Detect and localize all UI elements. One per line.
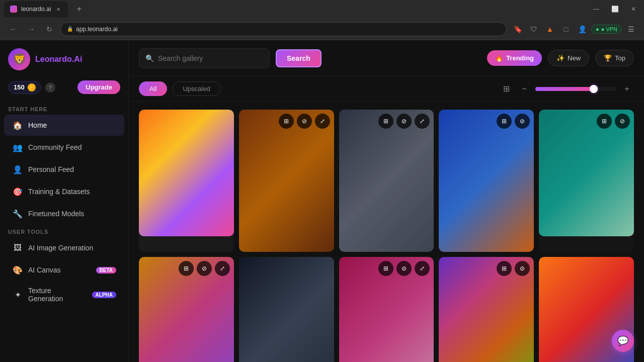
item-action-btn-3b[interactable]: ⊘	[396, 114, 412, 129]
credits-badge: 150 ⚡	[8, 81, 41, 94]
item-overlay-8: ⊞ ⊘ ⤢	[339, 257, 434, 362]
zoom-slider[interactable]	[535, 87, 616, 91]
credits-icon: ⚡	[28, 83, 36, 92]
user-tools-label: User Tools	[0, 225, 128, 237]
sidebar-item-ai-image[interactable]: 🖼 AI Image Generation	[4, 237, 124, 258]
texture-icon: ✦	[12, 289, 23, 300]
item-action-btn-9a[interactable]: ⊞	[497, 261, 512, 276]
browser-actions: 🔖 🛡 ▲ □ 👤 ● ● VPN ☰	[511, 22, 638, 36]
item-action-btn-3c[interactable]: ⤢	[415, 114, 430, 129]
credits-info-button[interactable]: ?	[45, 82, 55, 93]
new-tab-button[interactable]: +	[72, 2, 86, 16]
item-action-btn-5b[interactable]: ⊘	[615, 114, 630, 129]
item-action-btn-8c[interactable]: ⤢	[415, 261, 430, 276]
search-button[interactable]: Search	[276, 49, 321, 67]
item-action-btn-2b[interactable]: ⊘	[297, 114, 312, 129]
window-maximize[interactable]: ⬜	[607, 4, 623, 15]
zoom-slider-thumb[interactable]	[590, 85, 598, 93]
item-action-btn-6a[interactable]: ⊞	[179, 261, 194, 276]
browser-tab[interactable]: leonardo.ai ✕	[4, 1, 68, 17]
filter-all-tab[interactable]: All	[139, 81, 167, 96]
chat-fab-button[interactable]: 💬	[612, 330, 634, 352]
brave-button[interactable]: ▲	[543, 22, 557, 36]
new-button[interactable]: ✨ New	[548, 50, 589, 66]
item-action-btn-6c[interactable]: ⤢	[215, 261, 230, 276]
training-icon: 🎯	[12, 186, 23, 197]
tab-close-btn[interactable]: ✕	[55, 6, 62, 13]
sidebar-item-finetuned[interactable]: 🔧 Finetuned Models	[4, 203, 124, 224]
trending-label: Trending	[506, 54, 534, 62]
sidebar-item-ai-canvas[interactable]: 🎨 AI Canvas BETA	[4, 259, 124, 281]
item-action-btn-6b[interactable]: ⊘	[197, 261, 212, 276]
gallery-item-6[interactable]: ⊞ ⊘ ⤢	[139, 257, 234, 362]
window-minimize[interactable]: —	[589, 4, 603, 15]
item-overlay-5: ⊞ ⊘	[539, 110, 634, 252]
gallery-item-9[interactable]: ⊞ ⊘	[439, 257, 534, 362]
gallery-item-3[interactable]: ⊞ ⊘ ⤢	[339, 110, 434, 252]
item-action-btn-5a[interactable]: ⊞	[597, 114, 612, 129]
top-label: Top	[615, 54, 625, 62]
app-container: 🦁 Leonardo.Ai 150 ⚡ ? Upgrade Start Here…	[0, 40, 644, 362]
item-action-btn-8b[interactable]: ⊘	[396, 261, 412, 276]
item-action-btn-7a[interactable]: ⊞	[297, 261, 312, 276]
trending-button[interactable]: 🔥 Trending	[487, 50, 542, 66]
filter-upscaled-tab[interactable]: Upscaled	[172, 81, 220, 96]
profile-button[interactable]: 👤	[575, 22, 589, 36]
gallery-container: ⊞ ⊘ ⤢ ⊞ ⊘ ⤢ ⊞	[129, 102, 644, 362]
window-close[interactable]: ✕	[627, 4, 640, 15]
gallery-item-8[interactable]: ⊞ ⊘ ⤢	[339, 257, 434, 362]
sidebar-item-ai-image-label: AI Image Generation	[28, 244, 93, 252]
address-bar[interactable]: 🔒 app.leonardo.ai	[60, 22, 507, 36]
item-overlay-2: ⊞ ⊘ ⤢	[239, 110, 334, 252]
gallery-item-1[interactable]	[139, 110, 234, 252]
gallery-item-4[interactable]: ⊞ ⊘	[439, 110, 534, 252]
item-action-btn-7b[interactable]: ⊘	[315, 261, 330, 276]
top-button[interactable]: 🏆 Top	[595, 50, 634, 66]
browser-titlebar: leonardo.ai ✕ + — ⬜ ✕	[0, 0, 644, 18]
extension-button[interactable]: □	[559, 22, 573, 36]
upgrade-button[interactable]: Upgrade	[77, 80, 120, 94]
gallery-item-5[interactable]: ⊞ ⊘	[539, 110, 634, 252]
nav-back-button[interactable]: ←	[6, 22, 20, 36]
gallery-item-2[interactable]: ⊞ ⊘ ⤢	[239, 110, 334, 252]
zoom-plus-button[interactable]: +	[620, 82, 634, 96]
vpn-badge[interactable]: ● ● VPN	[591, 25, 622, 34]
trending-icon: 🔥	[495, 54, 503, 62]
vpn-label: ● VPN	[601, 26, 617, 32]
ai-canvas-icon: 🎨	[12, 264, 23, 276]
grid-view-button[interactable]: ⊞	[499, 82, 513, 96]
sidebar-item-home[interactable]: 🏠 Home	[4, 115, 124, 136]
item-action-btn-3a[interactable]: ⊞	[378, 114, 393, 129]
sidebar-item-training-label: Training & Datasets	[28, 188, 90, 196]
zoom-minus-button[interactable]: −	[517, 82, 531, 96]
shield-button[interactable]: 🛡	[527, 22, 541, 36]
top-icon: 🏆	[604, 54, 612, 62]
item-action-btn-8a[interactable]: ⊞	[378, 261, 393, 276]
url-text: app.leonardo.ai	[76, 26, 118, 33]
start-here-label: Start Here	[0, 102, 128, 114]
sidebar-item-texture[interactable]: ✦ Texture Generation ALPHA	[4, 282, 124, 308]
menu-button[interactable]: ☰	[624, 22, 638, 36]
bookmark-button[interactable]: 🔖	[511, 22, 525, 36]
item-action-btn-4b[interactable]: ⊘	[515, 114, 530, 129]
item-action-btn-2a[interactable]: ⊞	[279, 114, 294, 129]
sidebar-item-personal-feed[interactable]: 👤 Personal Feed	[4, 159, 124, 180]
sidebar-logo: 🦁 Leonardo.Ai	[0, 48, 128, 80]
nav-reload-button[interactable]: ↻	[42, 22, 56, 36]
nav-forward-button[interactable]: →	[24, 22, 38, 36]
gallery-item-7[interactable]: ⊞ ⊘	[239, 257, 334, 362]
sidebar-item-community-feed[interactable]: 👥 Community Feed	[4, 137, 124, 158]
item-action-btn-2c[interactable]: ⤢	[315, 114, 330, 129]
logo-text: Leonardo.Ai	[35, 55, 82, 64]
sidebar-item-training[interactable]: 🎯 Training & Datasets	[4, 181, 124, 202]
tab-title: leonardo.ai	[21, 6, 51, 13]
item-overlay-6: ⊞ ⊘ ⤢	[139, 257, 234, 362]
item-overlay-3: ⊞ ⊘ ⤢	[339, 110, 434, 252]
gallery-grid: ⊞ ⊘ ⤢ ⊞ ⊘ ⤢ ⊞	[139, 110, 634, 362]
item-overlay-4: ⊞ ⊘	[439, 110, 534, 252]
item-action-btn-9b[interactable]: ⊘	[515, 261, 530, 276]
search-input[interactable]	[158, 54, 263, 62]
item-action-btn-4a[interactable]: ⊞	[497, 114, 512, 129]
lock-icon: 🔒	[67, 26, 73, 32]
filter-bar: All Upscaled ⊞ − +	[129, 76, 644, 102]
